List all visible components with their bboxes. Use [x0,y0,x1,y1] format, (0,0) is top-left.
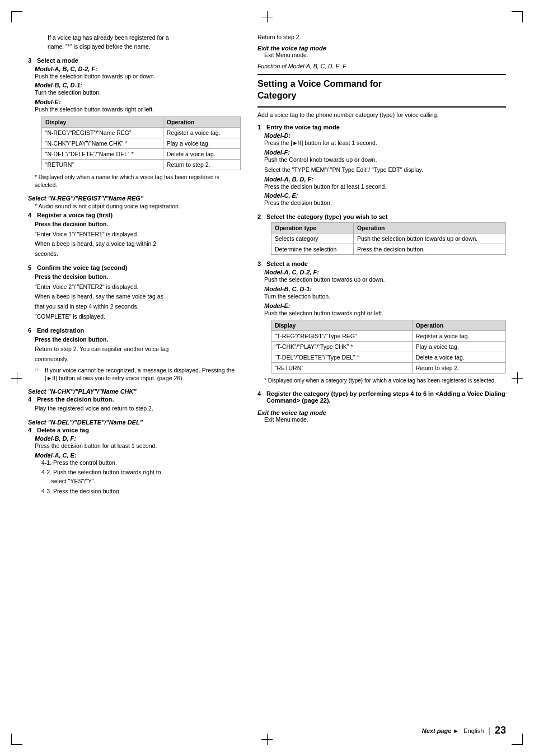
step3-footnote: * Displayed only when a name for which a… [35,174,241,189]
right-step3-table-body: “T-REG”/“REGIST”/“Type REG” Register a v… [271,331,506,374]
step3-title: Select a mode [37,57,78,64]
right-step3-model-e-body: Push the selection button towards right … [257,309,506,318]
two-column-layout: If a voice tag has already been register… [28,34,506,502]
right-step3-footnote: * Displayed only when a category (type) … [264,377,506,385]
right-step3-model-b-body: Turn the selection button. [257,292,506,301]
footer-lang: English [463,727,484,734]
select-nreg-sub: * Audio sound is not output during voice… [28,203,241,209]
col-operation: Operation [412,320,505,331]
step4-body3: seconds. [28,250,241,259]
step4-num: 4 [28,212,35,218]
step5-num: 5 [28,264,35,271]
ndel-sub3: 4-3. Press the decision button. [28,487,241,496]
table-row: “N-DEL”/“DELETE”/“Name DEL” * Delete a v… [42,148,241,159]
step3-table-header-row: Display Operation [42,116,241,127]
table-row: “T-DEL”/“DELETE”/“Type DEL” * Delete a v… [271,352,506,363]
page-number: 23 [495,725,506,736]
right-step2: 2 Select the category (type) you wish to… [257,213,506,255]
ndel-model-bd-body: Press the decision button for at least 1… [28,442,241,451]
step3-model-a-body: Push the selection button towards up or … [28,72,241,81]
right-step1-model-abf-body: Press the decision button for at least 1… [257,183,506,192]
ndel-sub1: 4-1. Press the control button. [28,459,241,468]
right-step1-model-d-body: Press the [►II] button for at least 1 se… [257,139,506,148]
function-label: Function of Model-A, B, C, D, E, F [257,63,506,69]
step3-header-row: 3 Select a mode [28,57,241,64]
page: If a voice tag has already been register… [0,0,534,756]
select-nreg-heading: Select "N-REG"/"REGIST"/"Name REG" [28,195,241,202]
right-exit-body2: Exit Menu mode. [257,416,506,423]
step3-col-operation: Operation [163,116,240,127]
ndel-sub2: 4-2. Push the selection button towards r… [28,468,241,486]
step3-col-display: Display [42,116,163,127]
right-step4-header: 4 Register the category (type) by perfor… [257,390,506,404]
left-step6: 6 End registration Press the decision bu… [28,327,241,383]
next-page-label2: Next page ► [422,727,460,734]
right-step3-model-a-body: Push the selection button towards up or … [257,276,506,284]
right-step1: 1 Entry the voice tag mode Model-D: Pres… [257,124,506,208]
table-row: “RETURN” Return to step 2. [271,363,506,374]
ndel-step4-row: 4 Delete a voice tag [28,427,241,433]
right-step4: 4 Register the category (type) by perfor… [257,390,506,404]
table-row: “RETURN” Return to step 2. [42,159,241,170]
step4-title: Register a voice tag (first) [37,212,113,218]
left-step3: 3 Select a mode Model-A, B, C, D-2, F: P… [28,57,241,189]
select-ndel-heading: Select "N-DEL"/"DELETE"/"Name DEL" [28,419,241,426]
step4-header-row: 4 Register a voice tag (first) [28,212,241,218]
nchk-step4-title: Press the decision button. [37,396,114,403]
footer-lang-page: Next page ► English | 23 [422,725,506,736]
step5-body3: that you said in step 4 within 2 seconds… [28,302,241,311]
right-exit-heading: Exit the voice tag mode [257,45,506,52]
step5-body2: When a beep is heard, say the same voice… [28,292,241,301]
right-step1-model-f-body1: Push the Control knob towards up or down… [257,156,506,165]
ndel-step4-title: Delete a voice tag [37,427,89,433]
nchk-step4-body: Play the registered voice and return to … [28,404,241,413]
left-intro: If a voice tag has already been register… [28,34,241,52]
note-icon: ☞ [35,366,43,382]
right-step1-model-d-label: Model-D: [257,132,506,139]
step4-sub: Press the decision button. [28,220,241,229]
step3-table: Display Operation “N-REG”/“REGIST”/“Name… [41,116,241,170]
step6-note-text: If your voice cannot be recognized, a me… [45,366,241,382]
step6-note: ☞ If your voice cannot be recognized, a … [28,366,241,382]
right-exit-body: Exit Menu mode. [257,52,506,58]
right-intro: Add a voice tag to the phone number cate… [257,111,506,120]
section-divider [257,74,506,75]
right-return-step: Return to step 2. [257,34,506,40]
right-step3-table-head: Display Operation [271,320,506,331]
step6-header-row: 6 End registration [28,327,241,334]
step6-body1: Return to step 2. You can register anoth… [28,345,241,354]
right-step3-model-a-label: Model-A, C, D-2, F: [257,269,506,276]
table-row: Selects category Push the selection butt… [271,234,506,244]
select-nchk-heading: Select "N-CHK"/"PLAY"/"Name CHK" [28,388,241,395]
right-step2-table-body: Selects category Push the selection butt… [271,234,506,255]
right-step1-model-ce-label: Model-C, E: [257,192,506,199]
right-step2-table-head: Operation type Operation [271,223,506,234]
step4-body2: When a beep is heard, say a voice tag wi… [28,240,241,249]
right-step3-header-row: Display Operation [271,320,506,331]
ndel-model-bd-label: Model-B, D, F: [28,435,241,442]
footer-separator: | [488,726,490,735]
right-column: Return to step 2. Exit the voice tag mod… [257,34,506,502]
step3-model-b-body: Turn the selection button. [28,88,241,97]
right-step1-model-f-body2: Select the "TYPE MEM"/ "PN Type Edit"/ "… [257,166,506,175]
right-step3-model-e-label: Model-E: [257,302,506,309]
step3-model-e-body: Push the selection button towards right … [28,105,241,114]
right-step1-title: Entry the voice tag mode [266,124,340,130]
right-step2-header-row: Operation type Operation [271,223,506,234]
nchk-step4-row: 4 Press the decision button. [28,396,241,403]
col-display: Display [271,320,413,331]
step6-sub: Press the decision button. [28,335,241,344]
right-step3-title: Select a mode [266,260,308,267]
right-step3-header: 3 Select a mode [257,260,506,267]
table-row: Determine the selection Press the decisi… [271,244,506,255]
section-divider-bottom [257,106,506,108]
right-exit-heading2: Exit the voice tag mode [257,409,506,416]
step3-model-b-label: Model-B, C, D-1: [28,82,241,88]
right-step3-table: Display Operation “T-REG”/“REGIST”/“Type… [271,320,506,374]
ndel-model-ace-label: Model-A, C, E: [28,452,241,459]
step5-body1: "Enter Voice 2"/ "ENTER2" is displayed. [28,283,241,292]
section-title: Setting a Voice Command for Category [257,78,506,102]
step3-model-a-label: Model-A, B, C, D-2, F: [28,66,241,72]
right-step2-num: 2 [257,213,264,220]
right-step3-num: 3 [257,260,264,267]
